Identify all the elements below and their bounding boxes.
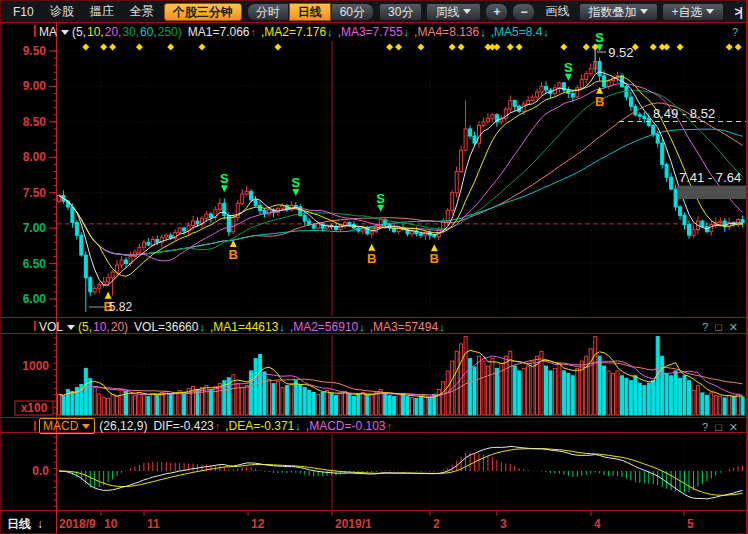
macd-plot xyxy=(59,447,743,499)
maximize-icon[interactable]: □ xyxy=(715,421,722,434)
svg-text:B: B xyxy=(430,251,439,266)
indicator-value: ,MACD=-0.103 xyxy=(306,419,386,433)
menu-panorama[interactable]: 全景 xyxy=(130,3,154,20)
svg-text:3: 3 xyxy=(500,517,507,531)
svg-text:7.41 - 7.64: 7.41 - 7.64 xyxy=(679,170,741,185)
maximize-icon[interactable]: □ xyxy=(715,321,722,334)
menu-banker-detect[interactable]: 搵庄 xyxy=(90,3,114,20)
svg-text:↓: ↓ xyxy=(37,517,43,531)
close-icon[interactable]: ✕ xyxy=(729,321,738,334)
chart-canvas[interactable]: SSSSSBBBBB5.829.528.49 - 8.527.41 - 7.64… xyxy=(1,1,748,534)
indicator-value: ,MA3=7.755 xyxy=(338,25,403,39)
indicator-param: 20) xyxy=(111,320,128,334)
index-overlay-dropdown[interactable]: 指数叠加 xyxy=(579,3,658,21)
indicator-selector[interactable]: MACD xyxy=(39,418,95,434)
indicator-value: ,MA4=8.136 xyxy=(414,25,479,39)
svg-text:9.00: 9.00 xyxy=(23,79,47,93)
arrow-down-icon: ↓ xyxy=(439,321,445,333)
indicator-param: (5, xyxy=(78,320,92,334)
arrow-down-icon: ↓ xyxy=(404,26,410,38)
signal-markers: SSSSSBBBBB xyxy=(82,30,741,313)
svg-text:2019/1: 2019/1 xyxy=(335,517,372,531)
main-pane-icons: ? xyxy=(732,26,738,38)
menu-f10[interactable]: F10 xyxy=(13,5,34,19)
svg-text:S: S xyxy=(564,60,573,75)
help-icon[interactable]: ? xyxy=(702,321,708,334)
svg-text:4: 4 xyxy=(594,517,601,531)
indicator-value: ,MA2=56910 xyxy=(290,320,358,334)
arrow-down-icon: ↓ xyxy=(199,321,205,333)
zoom-out-button[interactable]: − xyxy=(512,3,535,21)
svg-text:10: 10 xyxy=(104,517,118,531)
indicator-value: MA1=7.066 xyxy=(188,25,250,39)
macd-indicator-header: MACD(26,12,9)DIF=-0.423↑,DEA=-0.371↓,MAC… xyxy=(39,419,392,434)
indicator-param: 10, xyxy=(87,25,104,39)
svg-text:S: S xyxy=(376,191,385,206)
volume-bars xyxy=(58,337,745,415)
collapse-panel-icon[interactable]: >| xyxy=(734,5,740,19)
svg-text:7.50: 7.50 xyxy=(23,186,47,200)
svg-text:8.49 - 8.52: 8.49 - 8.52 xyxy=(653,106,715,121)
svg-text:5.82: 5.82 xyxy=(109,300,133,314)
arrow-up-icon: ↑ xyxy=(215,420,221,432)
candlesticks xyxy=(58,50,745,312)
draw-line-button[interactable]: 画线 xyxy=(545,3,569,20)
indicator-selector[interactable]: MA xyxy=(39,25,70,39)
index-overlay-label: 指数叠加 xyxy=(588,5,636,19)
indicator-selector[interactable]: VOL xyxy=(39,320,76,334)
period-30min[interactable]: 30分 xyxy=(379,3,422,21)
indicator-param: (5, xyxy=(72,25,86,39)
close-icon[interactable]: ✕ xyxy=(729,421,738,434)
chevron-down-icon xyxy=(706,9,714,14)
price-annotations: 5.829.528.49 - 8.527.41 - 7.64 xyxy=(89,45,747,314)
svg-text:0.0: 0.0 xyxy=(32,464,49,478)
indicator-value: ,MA5=8.4 xyxy=(491,25,543,39)
help-icon[interactable]: ? xyxy=(732,26,738,38)
indicator-param: 250) xyxy=(158,25,182,39)
svg-text:7.00: 7.00 xyxy=(23,221,47,235)
period-60min[interactable]: 60分 xyxy=(331,3,374,21)
indicator-value: ,MA2=7.176 xyxy=(261,25,326,39)
menu-diagnose-stock[interactable]: 诊股 xyxy=(50,3,74,20)
indicator-param: (26,12,9) xyxy=(99,419,147,433)
svg-text:1000: 1000 xyxy=(22,359,49,373)
stock-3min-button[interactable]: 个股三分钟 xyxy=(164,3,242,21)
svg-text:x100: x100 xyxy=(21,401,48,415)
indicator-value: DIF=-0.423 xyxy=(153,419,213,433)
vol-indicator-header: VOL(5,10,20)VOL=36660↓,MA1=44613↓,MA2=56… xyxy=(39,320,445,335)
indicator-param: 10, xyxy=(93,320,110,334)
svg-text:B: B xyxy=(229,247,238,262)
grid xyxy=(57,41,747,509)
add-watchlist-label: +自选 xyxy=(671,5,702,19)
add-watchlist-dropdown[interactable]: +自选 xyxy=(662,3,724,21)
arrow-down-icon: ↓ xyxy=(327,26,333,38)
macd-pane-icons: ? □ ✕ xyxy=(702,421,738,434)
period-switcher: 分时 日线 60分 xyxy=(247,3,374,21)
toolbar: F10 诊股 搵庄 全景 个股三分钟 分时 日线 60分 30分 周线 + − … xyxy=(1,1,746,22)
arrow-down-icon: ↓ xyxy=(543,26,549,38)
svg-text:9.50: 9.50 xyxy=(23,44,47,58)
period-daily[interactable]: 日线 xyxy=(289,3,331,21)
period-week-dropdown[interactable]: 周线 xyxy=(426,3,481,21)
vol-pane-icons: ? □ ✕ xyxy=(702,321,738,334)
svg-text:5: 5 xyxy=(687,517,694,531)
indicator-param: 30, xyxy=(122,25,139,39)
indicator-value: ,MA1=44613 xyxy=(210,320,278,334)
chevron-down-icon xyxy=(640,9,648,14)
arrow-down-icon: ↓ xyxy=(279,321,285,333)
svg-text:S: S xyxy=(595,30,604,45)
arrow-up-icon: ↑ xyxy=(251,26,257,38)
stock-chart-app: F10 诊股 搵庄 全景 个股三分钟 分时 日线 60分 30分 周线 + − … xyxy=(0,0,748,534)
zoom-in-button[interactable]: + xyxy=(485,3,508,21)
svg-text:S: S xyxy=(291,175,300,190)
svg-text:9.52: 9.52 xyxy=(608,45,633,60)
svg-text:日线: 日线 xyxy=(7,517,31,531)
period-intraday[interactable]: 分时 xyxy=(247,3,289,21)
help-icon[interactable]: ? xyxy=(702,421,708,434)
period-week-label: 周线 xyxy=(435,5,459,19)
arrow-down-icon: ↓ xyxy=(480,26,486,38)
svg-text:6.50: 6.50 xyxy=(23,257,47,271)
svg-text:S: S xyxy=(220,171,229,186)
chevron-down-icon xyxy=(463,9,471,14)
ma-indicator-header: MA(5,10,20,30,60,250)MA1=7.066↑,MA2=7.17… xyxy=(39,25,549,40)
